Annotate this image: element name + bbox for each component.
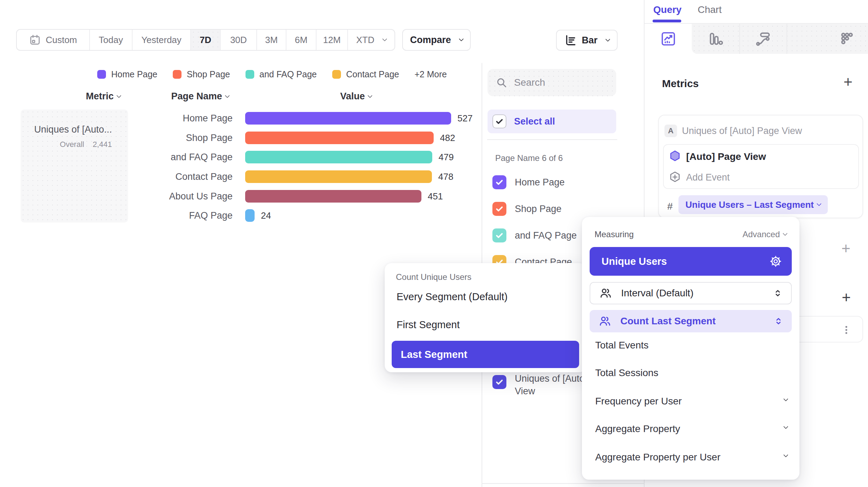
bar-category-label: Shop Page: [133, 133, 233, 143]
date-button-today[interactable]: Today: [90, 30, 133, 50]
stepper-icon[interactable]: [773, 288, 783, 298]
date-button-xtd[interactable]: XTD: [348, 30, 394, 50]
measure-option-aggregate-property[interactable]: Aggregate Property: [595, 423, 680, 435]
bar[interactable]: [245, 170, 432, 183]
bar-value: 527: [457, 113, 472, 124]
users-icon: [599, 315, 611, 327]
date-button-6m[interactable]: 6M: [286, 30, 316, 50]
date-button-30d[interactable]: 30D: [221, 30, 257, 50]
metric-column-header[interactable]: Metric: [26, 91, 121, 102]
chevron-down-icon[interactable]: [783, 396, 788, 401]
legend-item[interactable]: Shop Page: [173, 69, 230, 79]
filter-item-shop-page[interactable]: Shop Page: [492, 202, 562, 216]
checkbox-checked[interactable]: [492, 228, 506, 242]
filter-item-and-faq-page[interactable]: and FAQ Page: [492, 228, 577, 242]
bar-category-label: FAQ Page: [133, 210, 233, 221]
popover-title: Count Unique Users: [396, 272, 471, 282]
chart-type-selector[interactable]: Bar: [556, 30, 618, 51]
filter-group-label: Page Name 6 of 6: [495, 153, 563, 163]
chart-type-label: Bar: [582, 35, 597, 46]
event-card[interactable]: [Auto] Page View Add Event: [663, 144, 859, 189]
filter-item-home-page[interactable]: Home Page: [492, 175, 565, 189]
chevron-down-icon: [458, 36, 463, 41]
option-last-segment-selected[interactable]: Last Segment: [392, 341, 579, 368]
metric-badge: A: [664, 125, 677, 137]
filter-divider: [487, 139, 617, 140]
bar-row: Shop Page 482: [133, 131, 455, 145]
date-button-12m[interactable]: 12M: [316, 30, 348, 50]
measure-option-frequency-per-user[interactable]: Frequency per User: [595, 396, 682, 407]
date-button-7d[interactable]: 7D: [191, 30, 221, 50]
add-filter-button[interactable]: +: [841, 241, 851, 256]
bar-category-label: and FAQ Page: [133, 152, 233, 163]
measure-option-total-sessions[interactable]: Total Sessions: [595, 367, 659, 379]
bar-row: Contact Page 478: [133, 170, 453, 184]
legend-item[interactable]: and FAQ Page: [246, 69, 317, 79]
more-options-icon[interactable]: [839, 322, 854, 338]
measure-option-aggregate-property-per-user[interactable]: Aggregate Property per User: [595, 452, 720, 463]
add-breakdown-button[interactable]: +: [842, 290, 851, 305]
chevron-down-icon: [116, 93, 121, 98]
aggregation-dropdown[interactable]: Unique Users – Last Segment: [678, 195, 828, 214]
option-every-segment[interactable]: Every Segment (Default): [397, 291, 508, 303]
legend-swatch: [97, 70, 106, 79]
metric-name: Uniques of [Auto...: [21, 124, 112, 135]
bar-category-label: Home Page: [133, 113, 233, 124]
date-button-custom[interactable]: Custom: [17, 30, 90, 50]
chevron-down-icon[interactable]: [783, 452, 788, 457]
query-type-funnels[interactable]: [692, 24, 739, 54]
query-type-insights-active[interactable]: [645, 24, 692, 54]
query-type-tabs: [645, 24, 868, 54]
bar[interactable]: [245, 132, 434, 144]
gear-icon[interactable]: [769, 255, 782, 268]
bar[interactable]: [245, 209, 255, 222]
legend-more[interactable]: +2 More: [414, 69, 447, 79]
filter-item-uniques-metric[interactable]: Uniques of [Auto View: [492, 375, 585, 397]
checkbox-checked[interactable]: [492, 175, 506, 189]
measure-row-interval[interactable]: Interval (Default): [590, 282, 792, 304]
measure-option-total-events[interactable]: Total Events: [595, 340, 649, 351]
query-type-flows[interactable]: [739, 24, 787, 54]
users-icon: [599, 287, 612, 299]
bar-row: About Us Page 451: [133, 189, 443, 203]
tab-query[interactable]: Query: [653, 4, 682, 15]
bar[interactable]: [245, 190, 421, 203]
chart-legend: Home Page Shop Page and FAQ Page Contact…: [97, 69, 447, 79]
measure-row-count-last-segment[interactable]: Count Last Segment: [590, 310, 792, 332]
chevron-down-icon: [368, 93, 372, 98]
advanced-dropdown[interactable]: Advanced: [742, 230, 787, 239]
legend-swatch: [173, 70, 182, 79]
query-type-retention[interactable]: [823, 24, 868, 54]
popover-title: Measuring: [595, 230, 634, 239]
date-button-label: Custom: [46, 35, 77, 45]
stepper-icon[interactable]: [774, 316, 783, 326]
select-all-checkbox[interactable]: [492, 114, 506, 128]
bar-category-label: About Us Page: [133, 191, 233, 202]
search-input[interactable]: Search: [488, 69, 616, 96]
bar[interactable]: [245, 151, 432, 163]
event-hexagon-icon: [669, 150, 681, 162]
bar-value: 24: [261, 210, 271, 221]
add-event-button[interactable]: Add Event: [686, 172, 730, 183]
compare-button[interactable]: Compare: [402, 29, 471, 51]
chevron-down-icon[interactable]: [783, 424, 788, 429]
bar[interactable]: [245, 112, 451, 125]
date-button-3m[interactable]: 3M: [257, 30, 286, 50]
metric-card[interactable]: A Uniques of [Auto] Page View [Auto] Pag…: [658, 115, 863, 218]
page-name-column-header[interactable]: Page Name: [135, 91, 229, 102]
select-all-row[interactable]: Select all: [488, 110, 616, 133]
legend-item[interactable]: Home Page: [97, 69, 157, 79]
checkbox-checked[interactable]: [492, 202, 506, 216]
checkbox-checked[interactable]: [492, 375, 506, 389]
value-column-header[interactable]: Value: [328, 91, 384, 102]
count-unique-users-popover: Count Unique Users Every Segment (Defaul…: [385, 263, 586, 372]
metric-cell[interactable]: Uniques of [Auto... Overall 2,441: [21, 110, 128, 223]
add-metric-button[interactable]: +: [844, 74, 853, 90]
horizontal-bar-chart-icon: [564, 34, 577, 47]
measure-unique-users-selected[interactable]: Unique Users: [590, 247, 792, 276]
tab-chart[interactable]: Chart: [698, 4, 721, 15]
search-icon: [496, 77, 507, 88]
option-first-segment[interactable]: First Segment: [397, 319, 460, 331]
date-button-yesterday[interactable]: Yesterday: [133, 30, 191, 50]
legend-item[interactable]: Contact Page: [332, 69, 399, 79]
